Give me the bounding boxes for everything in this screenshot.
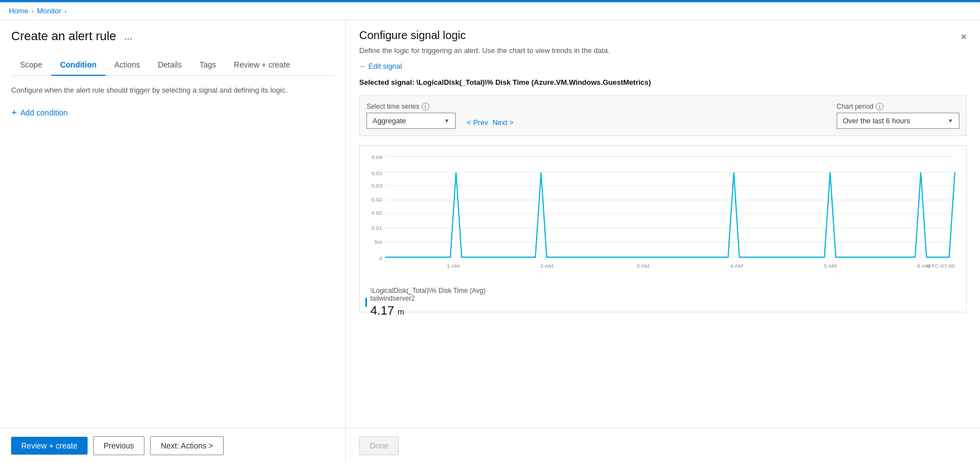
chart-period-value: Over the last 6 hours (843, 117, 910, 125)
prev-button[interactable]: < Prev (467, 118, 488, 127)
legend-signal-name: \LogicalDisk(_Total)\% Disk Time (Avg) (370, 287, 486, 295)
review-create-button[interactable]: Review + create (11, 437, 88, 455)
panel-description: Define the logic for triggering an alert… (359, 46, 967, 55)
next-button[interactable]: Next > (493, 118, 514, 127)
chart-period-label-text: Chart period (837, 103, 873, 110)
legend-unit: m (398, 307, 404, 316)
chart-legend: \LogicalDisk(_Total)\% Disk Time (Avg) t… (365, 287, 960, 318)
legend-number: 4.17 (370, 303, 394, 317)
panel-title: Configure signal logic (359, 29, 466, 42)
svg-text:0.01: 0.01 (371, 225, 383, 231)
next-actions-button[interactable]: Next: Actions > (150, 436, 224, 455)
right-body: Define the logic for triggering an alert… (346, 46, 980, 428)
svg-text:0.02: 0.02 (371, 210, 383, 216)
svg-text:0: 0 (379, 255, 383, 261)
chart-container: 0.04 0.03 0.03 0.02 0.02 0.01 5m 0 (359, 145, 967, 312)
main-container: Create an alert rule ... Scope Condition… (0, 20, 980, 463)
chart-controls: Select time series i Aggregate ▼ < Prev … (359, 95, 967, 136)
tab-scope[interactable]: Scope (11, 55, 51, 76)
add-condition-button[interactable]: + Add condition (11, 107, 67, 119)
legend-color (365, 298, 367, 307)
legend-item: \LogicalDisk(_Total)\% Disk Time (Avg) t… (365, 287, 960, 318)
svg-text:UTC-07:00: UTC-07:00 (927, 263, 955, 269)
time-series-arrow-icon: ▼ (444, 118, 450, 124)
chart-period-info-icon: i (876, 103, 884, 110)
time-series-value: Aggregate (373, 117, 406, 125)
tab-tags[interactable]: Tags (191, 55, 225, 76)
chart-period-label: Chart period i (837, 103, 959, 110)
svg-text:0.02: 0.02 (371, 197, 383, 203)
edit-signal-label: ← Edit signal (359, 62, 402, 70)
plus-icon: + (11, 107, 17, 119)
edit-signal-link[interactable]: ← Edit signal (359, 62, 402, 70)
time-series-info-icon: i (422, 103, 429, 110)
breadcrumb-sep-2: › (65, 8, 67, 15)
left-body: Configure when the alert rule should tri… (0, 76, 345, 428)
close-button[interactable]: × (960, 31, 967, 43)
left-header: Create an alert rule ... Scope Condition… (0, 20, 345, 76)
right-header: Configure signal logic × (346, 20, 980, 46)
svg-text:0.04: 0.04 (371, 155, 383, 161)
tab-condition[interactable]: Condition (51, 55, 105, 76)
chart-period-arrow-icon: ▼ (948, 118, 953, 124)
svg-text:2 AM: 2 AM (540, 263, 553, 269)
selected-signal: Selected signal: \LogicalDisk(_Total)\% … (359, 78, 967, 86)
svg-text:0.03: 0.03 (371, 170, 383, 176)
tab-review-create[interactable]: Review + create (225, 55, 299, 76)
tabs: Scope Condition Actions Details Tags Rev… (11, 55, 334, 76)
time-series-select[interactable]: Aggregate ▼ (366, 113, 456, 129)
chart-svg: 0.04 0.03 0.03 0.02 0.02 0.01 5m 0 (365, 151, 960, 278)
breadcrumb-home[interactable]: Home (9, 7, 28, 15)
time-series-label: Select time series i (366, 103, 456, 110)
breadcrumb-sep-1: › (32, 8, 34, 15)
legend-text-container: \LogicalDisk(_Total)\% Disk Time (Avg) t… (370, 287, 486, 318)
svg-text:5m: 5m (374, 239, 382, 245)
svg-text:5 AM: 5 AM (824, 263, 837, 269)
tab-actions[interactable]: Actions (105, 55, 149, 76)
chart-nav-buttons: < Prev Next > (467, 109, 514, 127)
left-panel: Create an alert rule ... Scope Condition… (0, 20, 346, 463)
page-title-row: Create an alert rule ... (11, 29, 334, 44)
right-panel: Configure signal logic × Define the logi… (346, 20, 980, 463)
breadcrumb: Home › Monitor › (0, 2, 980, 20)
left-footer: Review + create Previous Next: Actions > (0, 428, 345, 463)
page-title: Create an alert rule (11, 29, 116, 44)
legend-value: 4.17 m (370, 303, 486, 318)
time-series-control-group: Select time series i Aggregate ▼ (366, 103, 456, 129)
chart-period-control-group: Chart period i Over the last 6 hours ▼ (837, 103, 959, 129)
done-button[interactable]: Done (359, 436, 399, 455)
legend-server-name: tailwindserver2 (370, 295, 486, 302)
breadcrumb-monitor[interactable]: Monitor (37, 7, 61, 15)
svg-text:1 AM: 1 AM (447, 263, 460, 269)
svg-text:0.03: 0.03 (371, 182, 383, 189)
chart-period-select[interactable]: Over the last 6 hours ▼ (837, 113, 959, 129)
add-condition-label: Add condition (21, 108, 68, 117)
time-series-label-text: Select time series (366, 103, 419, 110)
svg-text:4 AM: 4 AM (730, 263, 743, 269)
right-footer: Done (346, 428, 980, 463)
tab-description: Configure when the alert rule should tri… (11, 85, 334, 96)
svg-text:3 AM: 3 AM (636, 263, 649, 269)
previous-button[interactable]: Previous (93, 436, 144, 455)
ellipsis-button[interactable]: ... (122, 31, 134, 42)
tab-details[interactable]: Details (149, 55, 191, 76)
